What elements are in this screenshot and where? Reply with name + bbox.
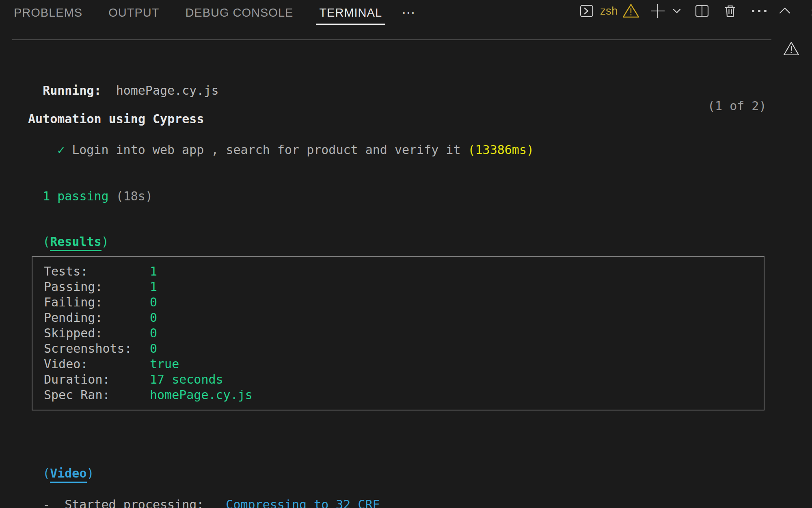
row-label: Duration: xyxy=(44,372,150,387)
table-row: Duration:17 seconds xyxy=(44,372,764,387)
tab-terminal[interactable]: TERMINAL xyxy=(319,0,382,25)
results-open-paren: ( xyxy=(43,234,50,249)
tabs-overflow-icon[interactable]: ⋯ xyxy=(402,4,416,21)
running-spec-file: homePage.cy.js xyxy=(116,83,219,98)
results-heading: (Results) xyxy=(28,219,109,250)
row-label: Failing: xyxy=(44,295,150,310)
terminal-toolbar: zsh xyxy=(579,0,792,22)
new-terminal-icon[interactable] xyxy=(649,2,667,20)
video-link[interactable]: Video xyxy=(50,466,86,483)
table-row: Skipped:0 xyxy=(44,326,764,341)
results-table: Tests:1 Passing:1 Failing:0 Pending:0 Sk… xyxy=(32,256,764,410)
row-label: Pending: xyxy=(44,310,150,326)
maximize-panel-icon[interactable] xyxy=(778,4,792,18)
close-panel-icon[interactable] xyxy=(810,8,812,19)
profiles-chevron-icon[interactable] xyxy=(672,6,682,16)
passing-count: 1 passing xyxy=(43,189,109,203)
row-label: Screenshots: xyxy=(44,341,150,356)
row-value: homePage.cy.js xyxy=(150,387,253,403)
row-label: Video: xyxy=(44,356,150,372)
results-close-paren: ) xyxy=(102,234,109,249)
video-close-paren: ) xyxy=(87,466,94,480)
table-row: Pending:0 xyxy=(44,310,764,326)
running-line: Running:homePage.cy.js (1 of 2) xyxy=(28,67,219,114)
table-row: Spec Ran:homePage.cy.js xyxy=(44,387,764,403)
row-value: 1 xyxy=(150,264,157,279)
panel-divider xyxy=(12,39,771,40)
summary-duration: (18s) xyxy=(116,189,153,203)
row-value: 1 xyxy=(150,279,157,295)
test-duration: (13386ms) xyxy=(468,143,534,157)
row-value: 0 xyxy=(150,326,157,341)
row-label: Spec Ran: xyxy=(44,387,150,403)
video-open-paren: ( xyxy=(43,466,50,480)
row-label: Tests: xyxy=(44,264,150,279)
row-value: 0 xyxy=(150,295,157,310)
table-row: Passing:1 xyxy=(44,279,764,295)
row-value: true xyxy=(150,356,179,372)
row-value: 0 xyxy=(150,310,157,326)
summary-line: 1 passing(18s) xyxy=(28,173,153,204)
running-label: Running: xyxy=(43,83,102,98)
table-row: Tests:1 xyxy=(44,264,764,279)
tab-problems[interactable]: PROBLEMS xyxy=(14,0,82,25)
results-link[interactable]: Results xyxy=(50,234,101,251)
test-result-line: ✓Login into web app , search for product… xyxy=(28,127,534,158)
more-actions-icon[interactable] xyxy=(751,4,768,18)
tab-debug-console[interactable]: DEBUG CONSOLE xyxy=(185,0,293,25)
row-value: 0 xyxy=(150,341,157,356)
launch-profile-icon[interactable] xyxy=(579,4,594,18)
warning-icon[interactable] xyxy=(622,3,640,19)
video-heading: (Video) xyxy=(28,450,94,481)
tab-output[interactable]: OUTPUT xyxy=(108,0,159,25)
table-row: Failing:0 xyxy=(44,295,764,310)
shell-name-label[interactable]: zsh xyxy=(600,4,618,17)
kill-terminal-icon[interactable] xyxy=(723,3,738,19)
suite-title: Automation using Cypress xyxy=(28,111,204,127)
warning-notification-icon[interactable] xyxy=(783,41,800,57)
row-label: Skipped: xyxy=(44,326,150,341)
row-label: Passing: xyxy=(44,279,150,295)
panel-tabbar: PROBLEMS OUTPUT DEBUG CONSOLE TERMINAL ⋯ xyxy=(14,0,416,25)
video-finished-line: -Finished processing:1 second xyxy=(28,497,277,508)
check-icon: ✓ xyxy=(57,143,65,157)
row-value: 17 seconds xyxy=(150,372,223,387)
table-row: Screenshots:0 xyxy=(44,341,764,356)
split-terminal-icon[interactable] xyxy=(694,3,710,19)
spec-counter: (1 of 2) xyxy=(708,98,767,114)
test-name: Login into web app , search for product … xyxy=(72,143,460,157)
table-row: Video:true xyxy=(44,356,764,372)
